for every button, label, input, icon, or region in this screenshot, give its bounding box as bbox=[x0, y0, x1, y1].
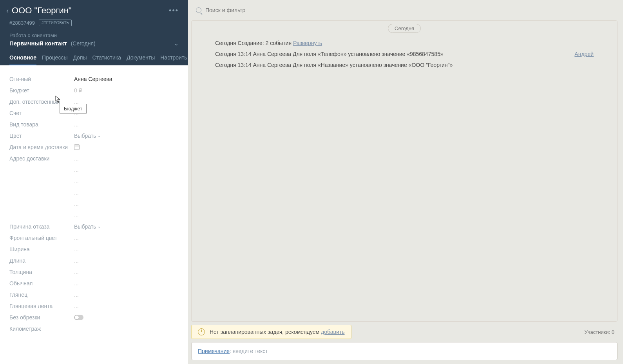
more-menu-icon[interactable]: ••• bbox=[169, 7, 179, 15]
field-label-delivery-datetime: Дата и время доставки bbox=[9, 144, 74, 150]
field-value-width[interactable]: ... bbox=[74, 246, 79, 252]
field-value-thickness[interactable]: ... bbox=[74, 269, 79, 275]
field-value-budget[interactable]: 0 ₽ bbox=[74, 87, 82, 94]
tab-processes[interactable]: Процессы bbox=[42, 51, 67, 65]
field-value-front-color[interactable]: ... bbox=[74, 235, 79, 241]
search-icon[interactable] bbox=[196, 7, 201, 13]
task-banner: Нет запланированных задач, рекомендуем д… bbox=[191, 325, 351, 339]
field-label-length: Длина bbox=[9, 258, 74, 264]
feed-text: Сегодня Создание: 2 события Развернуть bbox=[215, 40, 594, 46]
field-value-refusal[interactable]: Выбрать⌄ bbox=[74, 223, 101, 230]
feed-text: Сегодня 13:14 Анна Сергеева Для поля «На… bbox=[215, 62, 594, 68]
field-label-regular: Обычная bbox=[9, 280, 74, 287]
field-value-empty[interactable]: ... bbox=[74, 212, 79, 218]
task-banner-text: Нет запланированных задач, рекомендуем д… bbox=[210, 329, 345, 335]
bottom-bar: Нет запланированных задач, рекомендуем д… bbox=[191, 325, 618, 339]
tab-stats[interactable]: Статистика bbox=[92, 51, 121, 65]
field-value-product-type[interactable]: ... bbox=[74, 121, 79, 128]
tabs: Основное Процессы Допы Статистика Докуме… bbox=[9, 51, 179, 65]
note-input[interactable]: Примечание: введите текст bbox=[191, 342, 618, 360]
feed: Сегодня Сегодня Создание: 2 события Разв… bbox=[191, 20, 618, 322]
chevron-down-icon: ⌄ bbox=[98, 133, 101, 138]
tab-extras[interactable]: Допы bbox=[73, 51, 87, 65]
clock-icon bbox=[198, 328, 205, 335]
field-value-delivery-address[interactable]: ... bbox=[74, 155, 79, 162]
deal-id: #28837499 bbox=[9, 20, 35, 26]
field-value-empty[interactable]: ... bbox=[74, 178, 79, 184]
tab-docs[interactable]: Документы bbox=[127, 51, 155, 65]
field-label-color: Цвет bbox=[9, 133, 74, 139]
sidebar-header: ‹ ООО "Георгин" ••• #28837499 #ТЕГИРОВАТ… bbox=[0, 0, 188, 65]
field-label-no-trim: Без обрезки bbox=[9, 314, 74, 321]
stage-date: (Сегодня) bbox=[71, 40, 96, 47]
feed-text: Сегодня 13:14 Анна Сергеева Для поля «Те… bbox=[215, 51, 574, 57]
stage-name[interactable]: Первичный контакт bbox=[9, 40, 67, 47]
back-chevron-icon[interactable]: ‹ bbox=[6, 7, 9, 15]
field-value-responsible[interactable]: Анна Сергеева bbox=[74, 76, 112, 82]
field-value-color[interactable]: Выбрать⌄ bbox=[74, 133, 101, 139]
tooltip-budget: Бюджет bbox=[60, 104, 87, 114]
tag-button[interactable]: #ТЕГИРОВАТЬ bbox=[39, 20, 72, 26]
feed-line: Сегодня Создание: 2 события Развернуть bbox=[199, 38, 609, 49]
tab-main[interactable]: Основное bbox=[9, 51, 36, 65]
field-label-refusal: Причина отказа bbox=[9, 223, 74, 230]
field-label-gloss-tape: Глянцевая лента bbox=[9, 303, 74, 309]
note-placeholder: : введите текст bbox=[230, 348, 268, 354]
sidebar: ‹ ООО "Георгин" ••• #28837499 #ТЕГИРОВАТ… bbox=[0, 0, 188, 364]
field-label-width: Ширина bbox=[9, 246, 74, 252]
field-value-gloss[interactable]: ... bbox=[74, 292, 79, 298]
field-value-regular[interactable]: ... bbox=[74, 280, 79, 287]
expand-link[interactable]: Развернуть bbox=[293, 40, 322, 46]
field-label-thickness: Толщина bbox=[9, 269, 74, 275]
field-value-empty[interactable]: ... bbox=[74, 201, 79, 207]
field-label-front-color: Фронтальный цвет bbox=[9, 235, 74, 241]
toggle-no-trim[interactable] bbox=[74, 315, 83, 320]
note-type-link[interactable]: Примечание bbox=[198, 348, 230, 354]
date-label: Сегодня bbox=[388, 24, 421, 33]
field-label-product-type: Вид товара bbox=[9, 121, 74, 128]
date-pill: Сегодня bbox=[199, 24, 609, 33]
fields-panel: Отв-ный Анна Сергеева Бюджет 0 ₽ Доп. от… bbox=[0, 65, 188, 364]
field-label-budget: Бюджет bbox=[9, 87, 74, 94]
search-input[interactable] bbox=[205, 7, 613, 13]
main-panel: Сегодня Сегодня Создание: 2 события Разв… bbox=[188, 0, 623, 364]
add-task-link[interactable]: добавить bbox=[321, 329, 344, 335]
field-value-length[interactable]: ... bbox=[74, 258, 79, 264]
chevron-down-icon: ⌄ bbox=[98, 224, 101, 229]
field-label-gloss: Глянец bbox=[9, 292, 74, 298]
field-label-mileage: Километраж bbox=[9, 326, 74, 332]
participants-count[interactable]: Участники: 0 bbox=[584, 329, 618, 335]
feed-line: Сегодня 13:14 Анна Сергеева Для поля «Те… bbox=[199, 49, 609, 59]
feed-line: Сегодня 13:14 Анна Сергеева Для поля «На… bbox=[199, 59, 609, 70]
search-row bbox=[191, 0, 618, 20]
field-label-responsible: Отв-ный bbox=[9, 76, 74, 82]
tab-configure[interactable]: Настроить bbox=[160, 51, 187, 65]
field-value-empty[interactable]: ... bbox=[74, 167, 79, 173]
field-label-delivery-address: Адрес доставки bbox=[9, 155, 74, 162]
chevron-down-icon[interactable]: ⌄ bbox=[174, 40, 179, 47]
field-value-empty[interactable]: ... bbox=[74, 189, 79, 196]
field-value-gloss-tape[interactable]: ... bbox=[74, 303, 79, 309]
breadcrumb[interactable]: Работа с клиентами bbox=[9, 32, 179, 38]
user-link[interactable]: Андрей bbox=[574, 51, 594, 57]
deal-title[interactable]: ООО "Георгин" bbox=[12, 5, 166, 16]
calendar-icon[interactable] bbox=[74, 144, 80, 150]
